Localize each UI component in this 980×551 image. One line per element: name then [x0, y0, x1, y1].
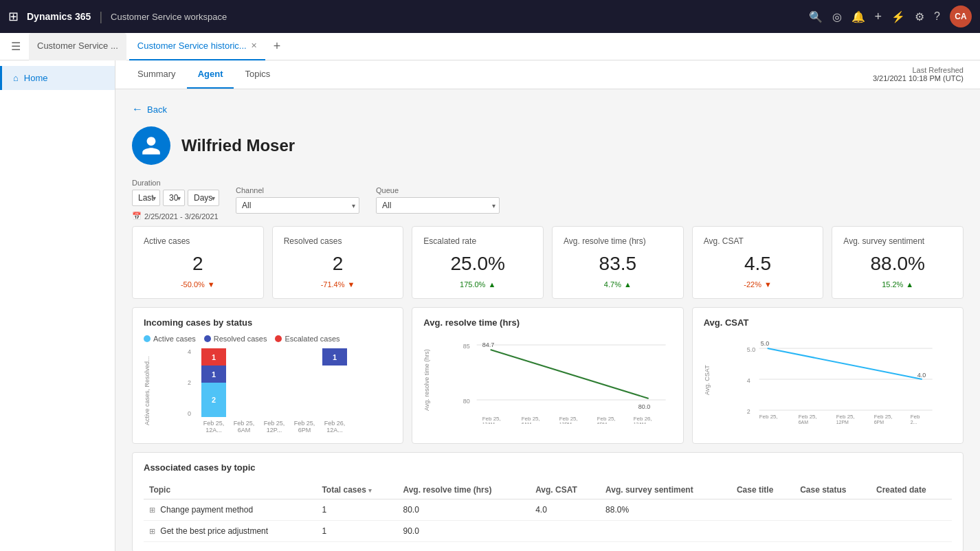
svg-text:12AM: 12AM [482, 422, 495, 424]
sidebar-item-label: Home [24, 73, 48, 83]
cell-avg-survey [600, 521, 731, 542]
svg-text:4: 4 [746, 377, 750, 384]
bar-group-1: 2 1 1 [201, 348, 226, 417]
kpi-delta: 175.0% ▲ [423, 280, 532, 289]
notification-icon[interactable]: 🔔 [851, 10, 865, 23]
associated-cases-table: Topic Total cases ▾ Avg. resolve time (h… [144, 481, 952, 542]
channel-select[interactable]: All [236, 197, 359, 214]
kpi-avg-survey-sentiment: Avg. survey sentiment 88.0% 15.2% ▲ [832, 226, 964, 299]
filter-icon[interactable]: ⚡ [891, 10, 905, 23]
queue-filter: Queue All [376, 186, 500, 214]
svg-text:6PM: 6PM [873, 420, 884, 424]
back-button[interactable]: ← Back [132, 103, 167, 115]
svg-text:6AM: 6AM [798, 420, 808, 424]
expand-icon[interactable]: ⊞ [149, 527, 155, 535]
csat-line-chart: 5.0 4 2 5.0 4.0 [734, 335, 952, 424]
col-case-title: Case title [731, 481, 794, 499]
incoming-cases-chart: Incoming cases by status Active cases Re… [132, 307, 403, 444]
kpi-row: Active cases 2 -50.0% ▼ Resolved cases 2… [132, 226, 964, 299]
add-icon[interactable]: + [875, 10, 882, 24]
kpi-delta: 15.2% ▲ [843, 280, 952, 289]
add-tab-button[interactable]: + [268, 39, 287, 54]
delta-up-icon: ▲ [624, 280, 632, 289]
sort-icon[interactable]: ▾ [368, 487, 372, 494]
cell-total-cases: 1 [316, 499, 397, 521]
legend-resolved: Resolved cases [204, 335, 267, 343]
sidebar-item-home[interactable]: ⌂ Home [0, 66, 115, 90]
kpi-avg-resolve-time: Avg. resolve time (hrs) 83.5 4.7% ▲ [552, 226, 684, 299]
svg-text:6PM: 6PM [597, 422, 608, 424]
expand-icon[interactable]: ⊞ [149, 506, 155, 514]
kpi-escalated-rate: Escalated rate 25.0% 175.0% ▲ [412, 226, 544, 299]
home-icon: ⌂ [13, 73, 19, 83]
svg-text:2: 2 [746, 408, 750, 415]
hamburger-menu[interactable]: ☰ [5, 34, 26, 58]
bar-label-3: Feb 25, 12P... [262, 420, 287, 434]
main-layout: ⌂ Home Summary Agent Topics Last Refresh… [0, 60, 980, 551]
svg-text:80: 80 [463, 398, 470, 405]
cell-avg-csat: 4.0 [530, 499, 600, 521]
legend-dot-resolved [204, 335, 211, 342]
cell-case-status [794, 521, 871, 542]
last-refreshed: Last Refreshed 3/21/2021 10:18 PM (UTC) [873, 66, 964, 82]
svg-text:80.0: 80.0 [638, 403, 651, 410]
resolve-chart-container: Avg. resolve time (hrs) 85 80 [423, 335, 671, 426]
agent-name: Wilfried Moser [181, 136, 295, 155]
person-icon [140, 135, 162, 157]
tab-topics[interactable]: Topics [234, 60, 281, 89]
bar-label-5: Feb 26, 12A... [322, 420, 347, 434]
duration-controls: Last 30 Days [132, 190, 219, 206]
csat-chart-inner: 5.0 4 2 5.0 4.0 [734, 335, 952, 426]
charts-row: Incoming cases by status Active cases Re… [132, 307, 964, 444]
kpi-active-cases: Active cases 2 -50.0% ▼ [132, 226, 264, 299]
svg-text:Feb 25,: Feb 25, [597, 416, 616, 422]
workspace-name: Customer Service workspace [111, 12, 800, 22]
svg-text:84.7: 84.7 [482, 341, 495, 348]
refresh-icon[interactable]: ◎ [832, 10, 842, 23]
queue-select[interactable]: All [376, 197, 500, 214]
duration-filter: Duration Last 30 [132, 179, 219, 221]
svg-text:Feb 25,: Feb 25, [759, 414, 777, 420]
resolve-line-chart: 85 80 84.7 80.0 [460, 335, 671, 424]
legend-active: Active cases [144, 335, 196, 343]
kpi-delta: -71.4% ▼ [284, 280, 392, 289]
settings-icon[interactable]: ⚙ [915, 10, 924, 23]
duration-unit-select[interactable]: Days [188, 190, 219, 206]
calendar-icon: 📅 [132, 212, 142, 221]
duration-type-select[interactable]: Last [132, 190, 160, 206]
search-icon[interactable]: 🔍 [809, 10, 823, 23]
tab-customer-service[interactable]: Customer Service ... [29, 33, 126, 60]
tab-summary[interactable]: Summary [126, 60, 187, 89]
help-icon[interactable]: ? [934, 10, 940, 23]
kpi-delta: 4.7% ▲ [564, 280, 672, 289]
app-grid-icon[interactable]: ⊞ [8, 9, 19, 24]
main-content: Summary Agent Topics Last Refreshed 3/21… [115, 60, 980, 551]
cell-avg-survey: 88.0% [600, 499, 731, 521]
resolve-chart-inner: 85 80 84.7 80.0 [460, 335, 671, 426]
nav-separator: | [99, 10, 102, 24]
bar-seg-resolved: 1 [201, 366, 226, 383]
svg-text:Feb 25,: Feb 25, [522, 416, 540, 422]
user-avatar[interactable]: CA [950, 5, 972, 27]
table-header-row: Topic Total cases ▾ Avg. resolve time (h… [144, 481, 952, 499]
date-range: 📅 2/25/2021 - 3/26/2021 [132, 212, 219, 221]
bar-chart-inner: 4 2 0 2 1 1 [188, 348, 392, 434]
svg-text:Feb 26,: Feb 26, [634, 416, 652, 422]
channel-filter: Channel All [236, 186, 359, 214]
tab-close-icon[interactable]: ✕ [251, 41, 257, 50]
tab-agent[interactable]: Agent [187, 60, 234, 89]
csat-chart-container: Avg. CSAT 5.0 4 2 [704, 335, 952, 426]
col-case-status: Case status [794, 481, 871, 499]
bar-label-2: Feb 25, 6AM [232, 420, 256, 434]
bar-group-5: 1 [322, 348, 347, 417]
svg-text:12AM: 12AM [634, 422, 646, 424]
kpi-delta: -22% ▼ [704, 280, 812, 289]
kpi-avg-csat: Avg. CSAT 4.5 -22% ▼ [692, 226, 824, 299]
tab-customer-service-historic[interactable]: Customer Service historic... ✕ [129, 33, 265, 60]
duration-value-select-wrap: 30 [163, 190, 185, 206]
bar-seg-escalated: 1 [201, 348, 226, 366]
duration-value-select[interactable]: 30 [163, 190, 185, 206]
cell-case-status [794, 499, 871, 521]
bar-group-3 [262, 348, 287, 417]
duration-type-select-wrap: Last [132, 190, 160, 206]
